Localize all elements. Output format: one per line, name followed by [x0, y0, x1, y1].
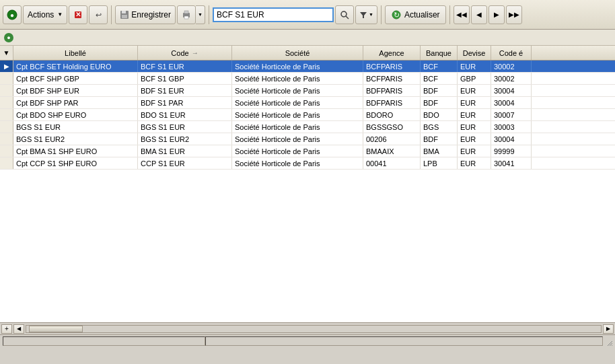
cell-devise: EUR: [458, 121, 491, 133]
cell-code_e: 30004: [491, 85, 532, 96]
table-row[interactable]: Cpt BCF SHP GBPBCF S1 GBPSociété Hortico…: [0, 73, 615, 85]
horizontal-scrollbar[interactable]: [26, 325, 602, 333]
print-button[interactable]: [177, 5, 196, 24]
nav-first-icon: ◀◀: [456, 11, 467, 18]
nav-next-icon: ▶: [494, 11, 499, 18]
table-row[interactable]: Cpt BMA S1 SHP EUROBMA S1 EURSociété Hor…: [0, 145, 615, 157]
refresh-icon: ↻: [391, 9, 402, 20]
scroll-right-button[interactable]: ▶: [603, 324, 614, 334]
actions-dropdown-icon: ▼: [57, 11, 63, 17]
search-input[interactable]: [213, 7, 334, 22]
cell-code_e: 30004: [491, 133, 532, 145]
header-libelle[interactable]: Libellé: [13, 46, 138, 60]
cell-libelle: BGS S1 EUR: [13, 121, 138, 133]
row-indicator: [0, 121, 13, 133]
search-button[interactable]: [335, 5, 354, 24]
table-row[interactable]: Cpt CCP S1 SHP EUROCCP S1 EURSociété Hor…: [0, 157, 615, 170]
svg-text:✕: ✕: [75, 11, 81, 18]
filter-button[interactable]: ▼: [355, 5, 377, 24]
table-row[interactable]: BGS S1 EURBGS S1 EURSociété Horticole de…: [0, 121, 615, 133]
table-row[interactable]: Cpt BDF SHP EURBDF S1 EURSociété Hortico…: [0, 85, 615, 97]
cell-societe: Société Horticole de Paris: [232, 121, 363, 133]
cell-banque: BCF: [421, 61, 458, 72]
scroll-thumb[interactable]: [29, 326, 83, 332]
cell-code: BCF S1 GBP: [138, 73, 232, 84]
undo-button[interactable]: ↩: [89, 5, 108, 24]
delete-button[interactable]: ✕: [69, 5, 87, 24]
cell-societe: Société Horticole de Paris: [232, 97, 363, 108]
table-container: ▼ Libellé Code → Société Agence Banque D…: [0, 46, 615, 322]
actions-label: Actions: [28, 10, 54, 20]
cell-agence: BGSSGSO: [363, 121, 421, 133]
svg-text:●: ●: [10, 11, 14, 19]
cell-banque: BMA: [421, 145, 458, 157]
save-button[interactable]: Enregistrer: [115, 5, 176, 24]
sub-toolbar-icon: ●: [4, 33, 13, 42]
nav-last-button[interactable]: ▶▶: [506, 5, 522, 24]
cell-devise: EUR: [458, 133, 491, 145]
row-indicator: [0, 145, 13, 157]
row-indicator: [0, 109, 13, 120]
table-row[interactable]: Cpt BDF SHP PARBDF S1 PARSociété Hortico…: [0, 97, 615, 109]
table-row[interactable]: Cpt BDO SHP EUROBDO S1 EURSociété Hortic…: [0, 109, 615, 121]
svg-point-11: [341, 11, 347, 17]
cell-libelle: BGS S1 EUR2: [13, 133, 138, 145]
print-dropdown-button[interactable]: ▼: [196, 5, 205, 24]
actions-button[interactable]: Actions ▼: [23, 5, 67, 24]
add-row-button[interactable]: +: [1, 324, 12, 334]
header-code-e[interactable]: Code é: [491, 46, 532, 60]
cell-code: BGS S1 EUR: [138, 121, 232, 133]
save-label: Enregistrer: [131, 10, 171, 20]
cell-code_e: 99999: [491, 145, 532, 157]
row-indicator: ▶: [0, 61, 13, 72]
nav-next-button[interactable]: ▶: [489, 5, 505, 24]
cell-code: BDF S1 EUR: [138, 85, 232, 96]
cell-libelle: Cpt BCF SHP GBP: [13, 73, 138, 84]
cell-devise: EUR: [458, 157, 491, 169]
cell-code: BCF S1 EUR: [138, 61, 232, 72]
col-societe-label: Société: [285, 49, 310, 57]
col-libelle-label: Libellé: [65, 49, 86, 57]
delete-icon: ✕: [73, 10, 83, 20]
cell-devise: EUR: [458, 145, 491, 157]
svg-line-18: [612, 345, 612, 346]
cell-banque: BDF: [421, 97, 458, 108]
table-header: ▼ Libellé Code → Société Agence Banque D…: [0, 46, 615, 61]
header-societe[interactable]: Société: [232, 46, 363, 60]
cell-banque: BDF: [421, 85, 458, 96]
nav-first-button[interactable]: ◀◀: [454, 5, 470, 24]
cell-libelle: Cpt CCP S1 SHP EURO: [13, 157, 138, 169]
app-icon-button[interactable]: ●: [3, 5, 22, 24]
header-devise[interactable]: Devise: [458, 46, 491, 60]
cell-banque: BDO: [421, 109, 458, 120]
table-row[interactable]: BGS S1 EUR2BGS S1 EUR2Société Horticole …: [0, 133, 615, 145]
save-icon: [120, 10, 129, 20]
svg-marker-13: [360, 12, 367, 18]
cell-agence: BCFPARIS: [363, 73, 421, 84]
cell-devise: GBP: [458, 73, 491, 84]
toolbar-separator-4: [449, 5, 450, 24]
cell-code: BDF S1 PAR: [138, 97, 232, 108]
header-banque[interactable]: Banque: [421, 46, 458, 60]
cell-code_e: 30002: [491, 73, 532, 84]
cell-devise: EUR: [458, 109, 491, 120]
refresh-button[interactable]: ↻ Actualiser: [385, 5, 446, 24]
nav-prev-icon: ◀: [476, 11, 482, 18]
scroll-left-button[interactable]: ◀: [13, 324, 24, 334]
row-indicator: [0, 73, 13, 84]
toolbar-separator-2: [209, 5, 209, 24]
table-row[interactable]: ▶Cpt BCF SET Holding EUROBCF S1 EURSocié…: [0, 61, 615, 73]
nav-last-icon: ▶▶: [509, 11, 519, 18]
resize-handle[interactable]: [603, 336, 612, 346]
cell-agence: BDORO: [363, 109, 421, 120]
cell-code: BDO S1 EUR: [138, 109, 232, 120]
cell-agence: BMAAIX: [363, 145, 421, 157]
col-code-label: Code: [171, 49, 188, 57]
header-agence[interactable]: Agence: [363, 46, 421, 60]
header-code[interactable]: Code →: [138, 46, 232, 60]
cell-banque: BCF: [421, 73, 458, 84]
filter-icon: [359, 11, 367, 19]
nav-prev-button[interactable]: ◀: [471, 5, 487, 24]
toolbar-separator-3: [381, 5, 382, 24]
cell-devise: EUR: [458, 85, 491, 96]
